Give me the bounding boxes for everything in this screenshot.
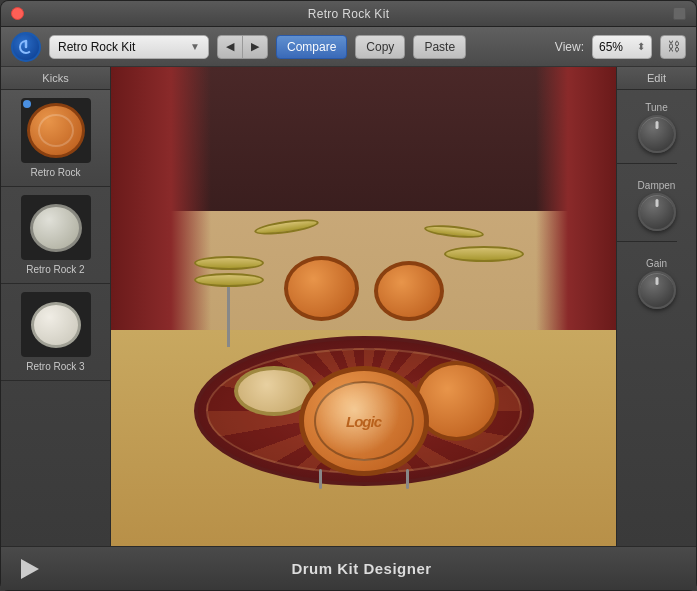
bottom-bar: Drum Kit Designer	[1, 546, 696, 590]
gain-section: Gain	[617, 246, 696, 315]
preset-dropdown[interactable]: Retro Rock Kit ▼	[49, 35, 209, 59]
rack-tom-1	[284, 256, 359, 321]
kick1-drum-visual	[27, 103, 85, 158]
tune-label: Tune	[645, 102, 667, 113]
kick-thumbnail-2	[21, 195, 91, 260]
compare-button[interactable]: Compare	[276, 35, 347, 59]
kicks-header: Kicks	[1, 67, 110, 90]
knob-divider-2	[617, 241, 677, 242]
rack-tom-2	[374, 261, 444, 321]
view-chevron-icon: ⬍	[637, 41, 645, 52]
gain-knob[interactable]	[638, 271, 676, 309]
main-window: Retro Rock Kit Retro Rock Kit ▼ ◀ ▶ Comp…	[0, 0, 697, 591]
bass-drum-logo: Logic	[346, 413, 381, 430]
bass-drum-legs	[319, 469, 409, 489]
kick-thumbnail-1	[21, 98, 91, 163]
view-dropdown[interactable]: 65% ⬍	[592, 35, 652, 59]
tune-knob[interactable]	[638, 115, 676, 153]
view-value: 65%	[599, 40, 633, 54]
drum-kit: Logic	[174, 216, 554, 496]
copy-button[interactable]: Copy	[355, 35, 405, 59]
tune-section: Tune	[617, 90, 696, 159]
bass-drum-head: Logic	[314, 381, 414, 461]
kick-item-2[interactable]: Retro Rock 2	[1, 187, 110, 284]
power-button[interactable]	[11, 32, 41, 62]
kick-item-1[interactable]: Retro Rock	[1, 90, 110, 187]
play-icon	[21, 559, 39, 579]
kicks-panel: Kicks Retro Rock Retro Rock 2	[1, 67, 111, 546]
main-area: Kicks Retro Rock Retro Rock 2	[1, 67, 696, 546]
play-button[interactable]	[17, 556, 43, 582]
hihat-top-cymbal	[194, 256, 264, 270]
kick-label-3: Retro Rock 3	[26, 361, 84, 372]
dampen-knob[interactable]	[638, 193, 676, 231]
bass-drum: Logic	[299, 366, 429, 476]
window-title: Retro Rock Kit	[308, 7, 390, 21]
hihat	[194, 256, 264, 347]
edit-panel: Edit Tune Dampen Gain	[616, 67, 696, 546]
bottom-title: Drum Kit Designer	[43, 560, 680, 577]
next-button[interactable]: ▶	[243, 36, 267, 58]
dampen-label: Dampen	[638, 180, 676, 191]
hihat-bottom-cymbal	[194, 273, 264, 287]
link-button[interactable]: ⛓	[660, 35, 686, 59]
kick2-drum-visual	[30, 204, 82, 252]
drum-leg-right	[406, 469, 409, 489]
kick3-drum-visual	[31, 302, 81, 348]
crash-cymbal-left	[253, 217, 319, 238]
preset-name: Retro Rock Kit	[58, 40, 186, 54]
power-icon	[18, 39, 34, 55]
kick-thumbnail-3	[21, 292, 91, 357]
chevron-down-icon: ▼	[190, 41, 200, 52]
kick-label-1: Retro Rock	[30, 167, 80, 178]
toolbar: Retro Rock Kit ▼ ◀ ▶ Compare Copy Paste …	[1, 27, 696, 67]
paste-button[interactable]: Paste	[413, 35, 466, 59]
kick-item-3[interactable]: Retro Rock 3	[1, 284, 110, 381]
view-label: View:	[555, 40, 584, 54]
gain-label: Gain	[646, 258, 667, 269]
title-bar: Retro Rock Kit	[1, 1, 696, 27]
link-icon: ⛓	[667, 39, 680, 54]
close-button[interactable]	[11, 7, 24, 20]
edit-header: Edit	[617, 67, 696, 90]
prev-button[interactable]: ◀	[218, 36, 243, 58]
drum-display: Logic	[111, 67, 616, 546]
traffic-lights	[11, 7, 24, 20]
minimize-button[interactable]	[673, 7, 686, 20]
hihat-stand	[227, 287, 230, 347]
drum-leg-left	[319, 469, 322, 489]
ride-cymbal	[444, 246, 524, 262]
nav-buttons: ◀ ▶	[217, 35, 268, 59]
kick-label-2: Retro Rock 2	[26, 264, 84, 275]
selected-indicator	[23, 100, 31, 108]
knob-divider-1	[617, 163, 677, 164]
dampen-section: Dampen	[617, 168, 696, 237]
crash-cymbal-right	[423, 223, 484, 240]
